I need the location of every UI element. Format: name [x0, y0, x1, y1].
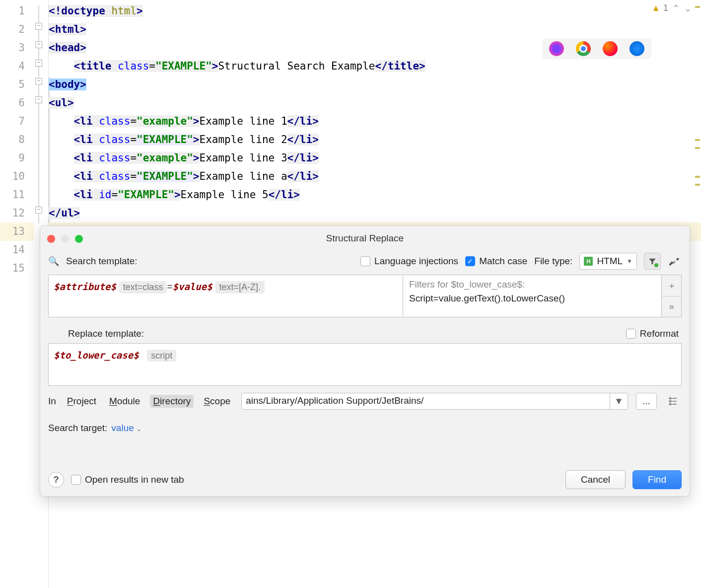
svg-rect-1 [669, 400, 672, 402]
filter-icon[interactable] [644, 253, 661, 270]
line-number[interactable]: 10 [0, 167, 34, 186]
warning-icon: ▲ [651, 3, 660, 13]
fold-toggle-icon[interactable]: − [35, 60, 42, 67]
match-case-label: Match case [479, 256, 527, 267]
reformat-label: Reformat [640, 328, 679, 339]
line-number[interactable]: 7 [0, 112, 34, 131]
add-filter-icon[interactable]: ＋ [662, 275, 681, 296]
code-line[interactable]: <li class="EXAMPLE">Example line 2</li> [49, 131, 701, 149]
find-button[interactable]: Find [632, 470, 682, 489]
structural-replace-dialog: Structural Replace 🔍 Search template: La… [40, 225, 690, 497]
line-number[interactable]: 12 [0, 204, 34, 222]
scope-tab-module[interactable]: Module [106, 395, 143, 408]
filter-pill: text=[A-Z]. [215, 281, 265, 294]
error-stripe-mark[interactable] [695, 147, 700, 149]
chevron-down-icon[interactable]: ⌄ [683, 4, 692, 13]
language-injections-label: Language injections [374, 256, 458, 267]
line-number[interactable]: 11 [0, 186, 34, 204]
window-controls [47, 235, 83, 243]
code-line[interactable]: <li class="example">Example line 3</li> [49, 149, 701, 167]
svg-rect-0 [669, 398, 672, 399]
code-line[interactable]: <body> [49, 75, 701, 94]
scope-tab-directory[interactable]: Directory [150, 395, 194, 408]
language-injections-checkbox[interactable] [360, 256, 370, 266]
code-line[interactable]: <li id="EXAMPLE">Example line 5</li> [49, 186, 701, 204]
line-number[interactable]: 13 [0, 222, 34, 241]
error-stripe-mark[interactable] [695, 6, 700, 8]
inspections-widget[interactable]: ▲ 1 ⌃ ⌄ [651, 3, 692, 13]
line-number[interactable]: 4 [0, 57, 34, 75]
code-line[interactable]: <!doctype html> [49, 2, 701, 20]
minimize-window-button[interactable] [61, 235, 69, 243]
error-stripe[interactable] [694, 0, 701, 588]
search-target-label: Search target: [48, 423, 107, 434]
line-number[interactable]: 14 [0, 241, 34, 259]
browser-preview-bar [542, 38, 651, 59]
search-template-label: Search template: [66, 256, 138, 267]
fold-toggle-icon[interactable]: − [35, 78, 42, 85]
filters-title: Filters for $to_lower_case$: [409, 279, 525, 290]
scope-tab-project[interactable]: Project [64, 395, 99, 408]
chevron-up-icon[interactable]: ⌃ [671, 4, 680, 13]
replace-template-input[interactable]: $to_lower_case$ script [48, 343, 682, 386]
code-line[interactable]: </ul> [49, 204, 701, 222]
open-in-new-tab-label: Open results in new tab [85, 474, 184, 485]
file-type-label: File type: [534, 256, 572, 267]
firefox-icon[interactable] [603, 41, 618, 56]
code-line[interactable]: <html> [49, 20, 701, 39]
close-window-button[interactable] [47, 235, 55, 243]
line-number[interactable]: 9 [0, 149, 34, 167]
line-number[interactable]: 8 [0, 131, 34, 149]
recursive-tree-icon[interactable] [665, 393, 682, 410]
chrome-icon[interactable] [576, 41, 591, 56]
wrench-icon[interactable] [668, 256, 682, 267]
help-icon[interactable]: ? [48, 472, 64, 488]
template-variable: $to_lower_case$ [54, 350, 139, 361]
code-line[interactable]: <li class="EXAMPLE">Example line a</li> [49, 167, 701, 186]
svg-rect-2 [669, 403, 672, 405]
fold-toggle-icon[interactable]: − [35, 23, 42, 30]
code-line[interactable]: <title class="EXAMPLE">Structural Search… [49, 57, 701, 75]
browse-directory-button[interactable]: ... [636, 393, 657, 410]
template-variable: $attribute$ [54, 281, 116, 292]
filters-panel[interactable]: Filters for $to_lower_case$: Script=valu… [403, 275, 662, 317]
search-target-select[interactable]: value ⌄ [111, 423, 141, 434]
reformat-checkbox[interactable] [626, 329, 636, 339]
fold-toggle-icon[interactable]: − [35, 41, 42, 48]
replace-template-label: Replace template: [68, 328, 144, 339]
filter-pill: text=class [119, 281, 167, 294]
chevron-down-icon: ▼ [627, 258, 632, 265]
line-number[interactable]: 6 [0, 94, 34, 112]
code-line[interactable]: <ul> [49, 94, 701, 112]
error-stripe-mark[interactable] [695, 176, 700, 178]
line-number[interactable]: 2 [0, 20, 34, 39]
line-number[interactable]: 5 [0, 75, 34, 94]
fold-toggle-icon[interactable]: − [35, 207, 42, 214]
expand-filters-icon[interactable]: » [662, 296, 681, 317]
dialog-title: Structural Replace [40, 226, 690, 249]
open-in-new-tab-checkbox[interactable] [71, 475, 81, 485]
warning-count: 1 [663, 3, 668, 13]
line-number[interactable]: 3 [0, 39, 34, 57]
line-number[interactable]: 15 [0, 259, 34, 278]
safari-icon[interactable] [630, 41, 644, 56]
goland-icon[interactable] [549, 41, 564, 56]
file-type-value: HTML [597, 256, 623, 267]
line-number[interactable]: 1 [0, 2, 34, 20]
filters-line: Script=value.getText().toLowerCase() [409, 293, 565, 304]
line-number-gutter: 1 2 3 4 5 6 7 8 9 10 11 12 13 14 15 [0, 0, 34, 588]
scope-tabs: Project Module Directory Scope [64, 395, 233, 408]
cancel-button[interactable]: Cancel [565, 470, 626, 489]
zoom-window-button[interactable] [75, 235, 83, 243]
chevron-down-icon[interactable]: ▼ [610, 393, 628, 409]
error-stripe-mark[interactable] [695, 139, 700, 141]
scope-tab-scope[interactable]: Scope [201, 395, 233, 408]
search-template-input[interactable]: $attribute$ text=class = $value$ text=[A… [48, 275, 403, 317]
filter-pill: script [147, 350, 176, 362]
error-stripe-mark[interactable] [695, 184, 700, 186]
match-case-checkbox[interactable]: ✓ [465, 256, 475, 266]
code-line[interactable]: <li class="example">Example line 1</li> [49, 112, 701, 131]
file-type-select[interactable]: H HTML ▼ [579, 253, 637, 270]
directory-path-select[interactable]: ains/Library/Application Support/JetBrai… [241, 393, 628, 410]
fold-toggle-icon[interactable]: − [35, 96, 42, 103]
